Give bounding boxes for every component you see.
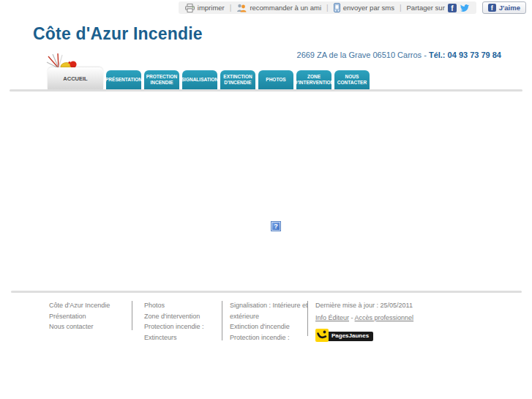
address-text: 2669 ZA de la Grave 06510 Carros (297, 51, 422, 59)
mobile-phone-icon (334, 3, 340, 12)
footer-column-1: Côte d'Azur Incendie Présentation Nous c… (49, 300, 128, 332)
footer-link[interactable]: Extincteurs (144, 332, 219, 343)
sms-button[interactable]: envoyer par sms (334, 3, 394, 12)
tab-extinction-incendie[interactable]: EXTINCTION D'INCENDIE (220, 70, 255, 89)
header-divider (10, 89, 522, 92)
recommend-label: recommander à un ami (250, 4, 321, 12)
footer-column-divider (307, 301, 308, 336)
main-navigation: ACCUEIL PRÉSENTATION PROTECTION INCENDIE… (48, 67, 370, 89)
printer-icon (185, 4, 195, 12)
share-on-group: Partager sur f (407, 4, 470, 12)
footer-column-divider (222, 301, 222, 340)
footer-column-3: Signalisation : Intérieure et extérieure… (230, 300, 312, 343)
footer-link[interactable]: Protection incendie : (230, 332, 312, 343)
facebook-like-button[interactable]: f J'aime (482, 1, 526, 14)
footer-column-divider (132, 301, 132, 330)
tab-nous-contacter[interactable]: NOUS CONTACTER (334, 70, 370, 89)
footer-link[interactable]: Extinction d'incendie (230, 321, 312, 332)
share-toolgroup: imprimer | recommander à un ami | (179, 1, 476, 14)
tab-presentation[interactable]: PRÉSENTATION (106, 70, 141, 89)
recommend-button[interactable]: recommander à un ami (236, 4, 321, 12)
footer-link[interactable]: Côte d'Azur Incendie (49, 300, 128, 311)
footer-link[interactable]: Zone d'intervention (144, 311, 219, 322)
tab-protection-incendie[interactable]: PROTECTION INCENDIE (144, 70, 179, 89)
pro-access-link[interactable]: Accès professionnel (355, 314, 414, 321)
footer-column-4: Dernière mise à jour : 25/05/2011 Info É… (315, 300, 454, 342)
print-label: imprimer (198, 4, 225, 12)
tab-accueil[interactable]: ACCUEIL (48, 67, 103, 89)
pages-jaunes-smiley-icon (315, 329, 329, 342)
footer-link[interactable]: Présentation (49, 311, 128, 322)
footer-column-2: Photos Zone d'intervention Protection in… (144, 300, 219, 343)
share-label: Partager sur (407, 4, 445, 12)
facebook-share-icon[interactable]: f (448, 4, 457, 12)
twitter-share-icon[interactable] (460, 4, 470, 12)
share-toolbar: imprimer | recommander à un ami | (179, 1, 526, 14)
link-separator: - (351, 314, 353, 321)
address-separator: - (424, 51, 427, 59)
toolbar-separator: | (326, 4, 329, 12)
print-button[interactable]: imprimer (185, 4, 225, 12)
footer-link[interactable]: Photos (144, 300, 219, 311)
broken-image-icon[interactable]: ? (271, 221, 281, 231)
address-line: 2669 ZA de la Grave 06510 Carros - Tél.:… (297, 51, 501, 59)
pages-jaunes-logo[interactable]: PagesJaunes (315, 329, 454, 342)
sms-label: envoyer par sms (343, 4, 394, 12)
footer-link[interactable]: Protection incendie : (144, 321, 219, 332)
tab-photos[interactable]: PHOTOS (258, 70, 293, 89)
facebook-icon: f (488, 4, 496, 12)
footer-legal-links: Info Éditeur - Accès professionnel (315, 313, 454, 324)
tab-signalisation[interactable]: SIGNALISATION (182, 70, 217, 89)
people-icon (236, 4, 247, 12)
tab-zone-intervention[interactable]: ZONE D'INTERVENTION (296, 70, 331, 89)
toolbar-separator: | (230, 4, 232, 12)
last-update-text: Dernière mise à jour : 25/05/2011 (315, 300, 454, 311)
toolbar-separator: | (400, 4, 402, 12)
footer-link[interactable]: Signalisation : Intérieure et extérieure (230, 300, 312, 321)
footer-link[interactable]: Nous contacter (49, 321, 128, 332)
phone-number: Tél.: 04 93 73 79 84 (429, 51, 501, 59)
like-label: J'aime (499, 4, 520, 12)
info-editor-link[interactable]: Info Éditeur (315, 314, 349, 321)
page-title: Côte d'Azur Incendie (33, 24, 203, 44)
footer-divider (11, 291, 522, 293)
pages-jaunes-label: PagesJaunes (326, 332, 373, 341)
page: imprimer | recommander à un ami | (0, 0, 532, 399)
